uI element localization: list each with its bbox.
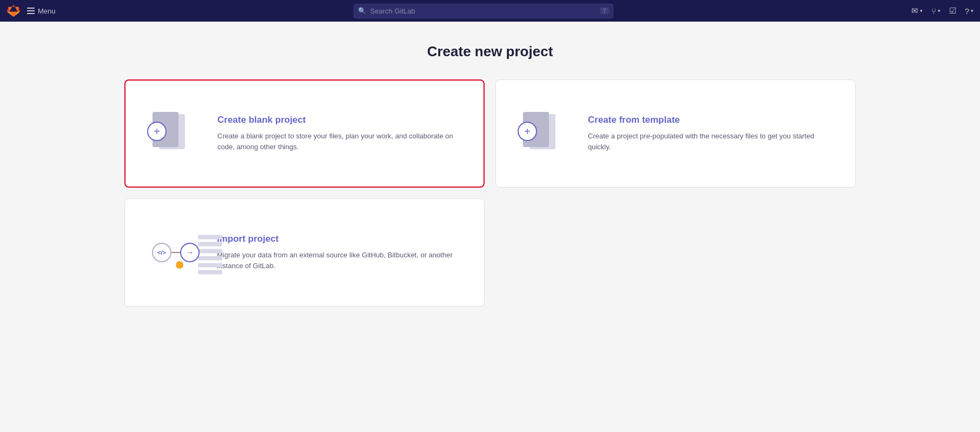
navbar: Menu 🔍 7 ✉ ▾ ⑂ ▾ ☑ ? ▾ (0, 0, 980, 22)
arrow-circle-icon: → (180, 243, 200, 262)
help-icon[interactable]: ? ▾ (965, 6, 974, 16)
code-circle-icon: </> (152, 243, 171, 262)
template-card-title: Create from template (588, 115, 833, 125)
import-card-text: Import project Migrate your data from an… (217, 234, 462, 271)
template-card-desc: Create a project pre-populated with the … (588, 131, 833, 152)
gitlab-logo-area[interactable] (6, 4, 21, 18)
notifications-chevron: ▾ (920, 8, 923, 14)
template-card-text: Create from template Create a project pr… (588, 115, 833, 152)
blank-card-title: Create blank project (217, 115, 462, 125)
gitlab-logo-icon (6, 4, 21, 18)
blank-card-desc: Create a blank project to store your fil… (217, 131, 462, 152)
hamburger-icon (27, 8, 35, 14)
book-icon: + (153, 112, 185, 151)
search-input[interactable] (354, 4, 613, 18)
import-line-6 (198, 270, 222, 275)
import-line-1 (198, 235, 222, 240)
import-project-card[interactable]: </> → Import project Migrate (124, 198, 485, 307)
notifications-icon[interactable]: ✉ ▾ (911, 6, 923, 16)
menu-label: Menu (38, 7, 56, 15)
merge-requests-icon[interactable]: ⑂ ▾ (931, 6, 941, 16)
main-content: Create new project + Create blank projec… (111, 22, 869, 328)
search-icon: 🔍 (358, 7, 366, 15)
menu-button[interactable]: Menu (27, 7, 56, 15)
navbar-actions: ✉ ▾ ⑂ ▾ ☑ ? ▾ (911, 6, 974, 16)
template-book-icon: + (523, 112, 555, 151)
blank-card-text: Create blank project Create a blank proj… (217, 115, 462, 152)
orange-dot-icon (176, 261, 183, 269)
import-lines (198, 235, 222, 270)
search-shortcut: 7 (600, 8, 609, 15)
page-title: Create new project (124, 43, 856, 60)
plus-circle-icon: + (147, 122, 167, 141)
template-project-icon: + (523, 112, 572, 155)
create-blank-card[interactable]: + Create blank project Create a blank pr… (124, 79, 485, 188)
blank-project-icon: + (153, 112, 201, 155)
create-template-card[interactable]: + Create from template Create a project … (495, 79, 856, 188)
import-card-desc: Migrate your data from an external sourc… (217, 250, 462, 271)
import-line-5 (198, 263, 222, 268)
template-plus-circle-icon: + (518, 122, 537, 141)
import-line-4 (198, 256, 222, 261)
import-icon-wrap: </> → (152, 231, 222, 274)
project-type-grid: + Create blank project Create a blank pr… (124, 79, 856, 307)
import-line-2 (198, 242, 222, 247)
import-card-title: Import project (217, 234, 462, 244)
todos-icon[interactable]: ☑ (949, 6, 956, 16)
search-wrap: 🔍 7 (354, 4, 613, 18)
import-line-3 (198, 249, 222, 254)
mr-chevron: ▾ (938, 8, 941, 14)
search-bar: 🔍 7 (62, 4, 905, 18)
import-project-icon: </> → (152, 231, 201, 274)
help-chevron: ▾ (971, 8, 974, 14)
